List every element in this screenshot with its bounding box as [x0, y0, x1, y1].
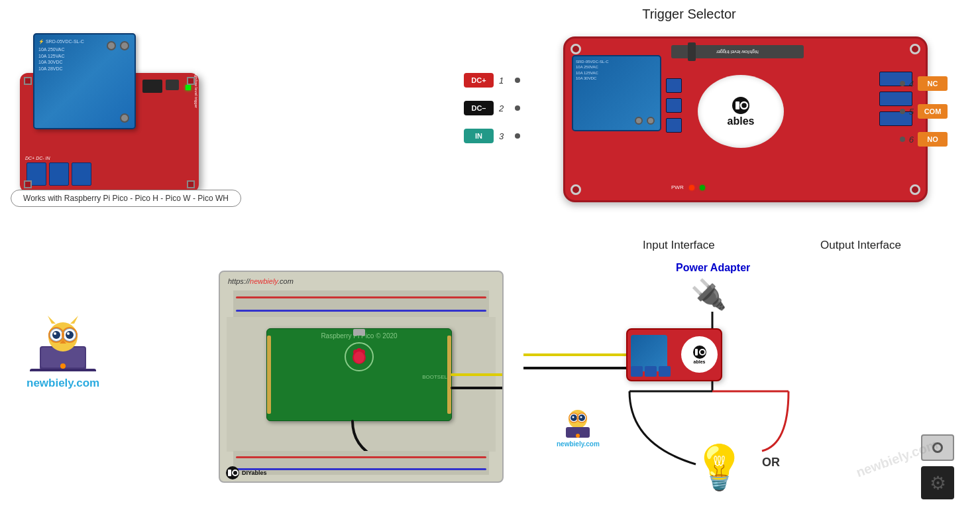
svg-point-13	[66, 331, 74, 339]
pin-num-3: 3	[499, 131, 510, 141]
relay-diagram-section: Trigger Selector DC+ 1 DC– 2 IN 3	[411, 7, 967, 259]
newbiely-brand-text: newbiely.com	[27, 377, 99, 390]
svg-rect-1	[735, 101, 739, 109]
wire-overlay	[220, 272, 502, 481]
pin-label-dcminus: DC–	[464, 101, 494, 115]
power-plug-icon: 🔌	[690, 277, 727, 312]
pin-com-dot	[900, 109, 905, 114]
diy-brand-small: DIYables	[242, 470, 267, 476]
device-icons-section: ⚙	[921, 434, 954, 499]
diy-logo-small-svg	[225, 466, 240, 480]
wiring-section: Power Adapter 🔌	[523, 259, 974, 506]
or-text: OR	[762, 456, 780, 470]
bottom-strip-blue	[233, 463, 489, 475]
svg-marker-18	[70, 316, 78, 324]
power-adapter-label: Power Adapter	[676, 262, 750, 274]
works-with-badge: Works with Raspberry Pi Pico - Pico H - …	[11, 190, 241, 207]
svg-point-6	[60, 363, 66, 369]
relay-photo-section: ⚡ SRD-05VDC-SL-C 10A 250VAC 10A 125VAC 1…	[7, 7, 245, 245]
pin-nc: NC 4	[900, 76, 948, 91]
pin-dc-plus: DC+ 1	[464, 73, 520, 88]
pin-dot-3	[515, 133, 520, 139]
relay-coil-text: ⚡ SRD-05VDC-SL-C 10A 250VAC 10A 125VAC 1…	[34, 34, 135, 76]
trigger-jumper	[688, 42, 696, 61]
pin-nc-box: NC	[918, 76, 948, 91]
ables-text-small: ables	[694, 359, 706, 364]
pin-label-in: IN	[464, 129, 494, 143]
left-screw-terminals	[666, 78, 682, 133]
switch-icon	[921, 434, 954, 461]
relay-coil-block: ⚡ SRD-05VDC-SL-C 10A 250VAC 10A 125VAC 1…	[33, 33, 136, 129]
svg-point-50	[576, 434, 580, 438]
terminal-group	[27, 162, 91, 186]
led-indicators: PWR	[671, 184, 705, 190]
page: ⚡ SRD-05VDC-SL-C 10A 250VAC 10A 125VAC 1…	[0, 0, 980, 506]
board-relay-coil: SRD-05VDC-SL-C10A 250VAC10A 125VAC10A 30…	[572, 55, 661, 131]
pin-in: IN 3	[464, 129, 520, 143]
pin-no-num: 6	[909, 135, 914, 145]
pin-num-1: 1	[499, 76, 510, 86]
light-bulb-icon: 💡	[692, 442, 746, 493]
owl-small-icon	[558, 405, 598, 438]
breadboard-frame: https://newbiely.com Raspberry Pi Pico	[219, 271, 504, 483]
owl-icon	[27, 312, 99, 371]
input-interface-label: Input Interface	[643, 239, 715, 252]
svg-point-12	[52, 331, 60, 339]
pcb-component	[142, 80, 162, 93]
diy-icon-svg	[732, 96, 750, 115]
pin-nc-num: 4	[909, 79, 914, 89]
pin-nc-dot	[900, 81, 905, 86]
wiring-svg	[523, 259, 974, 506]
svg-rect-38	[695, 349, 698, 355]
pin-com-box: COM	[918, 104, 948, 119]
pin-no: NO 6	[900, 132, 948, 147]
pin-no-dot	[900, 137, 905, 142]
svg-rect-30	[228, 470, 231, 476]
left-pins: DC+ 1 DC– 2 IN 3	[464, 73, 520, 157]
pin-no-box: NO	[918, 132, 948, 147]
pin-com-num: 5	[909, 107, 914, 117]
pin-label-dcplus: DC+	[464, 73, 494, 88]
newbiely-logo-section: newbiely.com	[27, 312, 99, 390]
relay-module-small: ables	[626, 328, 722, 381]
svg-point-46	[580, 416, 582, 418]
svg-point-45	[572, 416, 574, 418]
board-relay-text: SRD-05VDC-SL-C10A 250VAC10A 125VAC10A 30…	[573, 56, 660, 84]
diy-small-relay-svg	[692, 345, 707, 359]
diy-logo-breadboard: DIYables	[225, 466, 267, 480]
output-interface-label: Output Interface	[820, 239, 901, 252]
pcb-side-text: 1 Relay Module high/low level trigger	[194, 43, 198, 108]
pin-dc-minus: DC– 2	[464, 101, 520, 115]
diy-logo-icon	[732, 96, 750, 115]
led-indicator	[186, 85, 191, 90]
trigger-bar-text: high/low level trigger	[716, 50, 759, 54]
svg-marker-17	[48, 316, 56, 324]
relay-screws	[631, 366, 671, 377]
svg-point-14	[54, 332, 56, 335]
diagram-title: Trigger Selector	[411, 7, 967, 22]
pin-dot-1	[515, 78, 520, 83]
pcb-base: ⚡ SRD-05VDC-SL-C 10A 250VAC 10A 125VAC 1…	[20, 73, 199, 192]
bottom-strip-red	[233, 451, 489, 463]
relay-board-illustration: high/low level trigger SRD-05VDC-SL-C10A…	[563, 36, 928, 202]
pin-num-2: 2	[499, 103, 510, 113]
breadboard-section: https://newbiely.com Raspberry Pi Pico	[219, 271, 504, 483]
svg-rect-5	[30, 369, 96, 371]
svg-point-15	[67, 332, 70, 335]
newbiely-wiring-logo: newbiely.com	[557, 405, 600, 448]
pcb-label-dc: DC+ DC- IN	[25, 156, 50, 160]
diy-logo-relay-small: ables	[681, 336, 718, 373]
newbiely-small-text: newbiely.com	[557, 440, 600, 448]
fan-icon: ⚙	[921, 466, 954, 499]
pin-dot-2	[515, 105, 520, 111]
diyables-logo: ables	[698, 75, 784, 148]
pcb-component-2	[166, 80, 179, 90]
right-pins: NC 4 COM 5 NO 6	[900, 76, 948, 147]
diy-logo-text: ables	[728, 116, 755, 127]
pin-com: COM 5	[900, 104, 948, 119]
